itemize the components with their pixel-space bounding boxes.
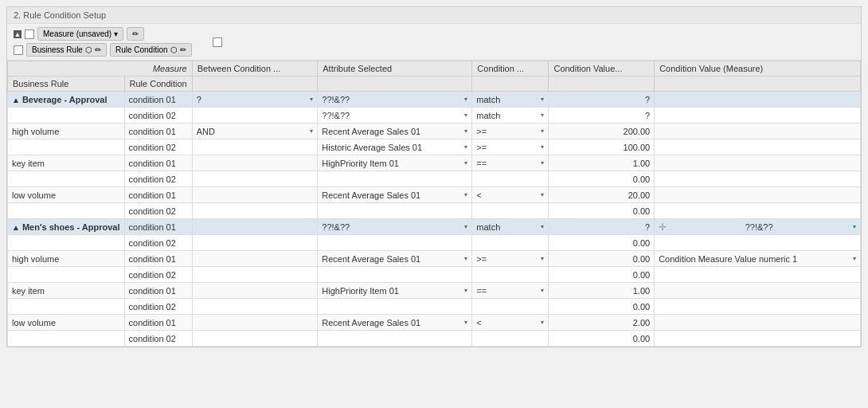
dropdown-arrow-icon[interactable]: ▾: [464, 319, 467, 326]
condition-value-measure-cell: [655, 155, 861, 171]
condition-value-cell: 0.00: [549, 267, 655, 283]
business-rule-cell: [8, 171, 125, 187]
measure-button[interactable]: Measure (unsaved) ▾: [37, 27, 123, 41]
business-rule-cell: low volume: [8, 315, 125, 331]
rule-condition-cell: condition 01: [124, 92, 192, 108]
condition-cell: ==▾: [472, 283, 549, 299]
rule-condition-setup-panel: 2. Rule Condition Setup ▲ Measure (unsav…: [6, 6, 862, 347]
attribute-selected-cell: Recent Average Sales 01▾: [318, 124, 472, 139]
table-row: ▲Men's shoes - Approvalcondition 01??!&?…: [8, 219, 861, 235]
attribute-selected-cell: [318, 299, 472, 315]
condition-cell: [472, 331, 549, 347]
condition-cell: <▾: [472, 187, 549, 203]
measure-edit-button[interactable]: ✏: [127, 27, 144, 41]
dropdown-arrow-icon[interactable]: ▾: [541, 255, 544, 262]
rule-condition-cell: condition 01: [124, 315, 192, 331]
dropdown-arrow-icon[interactable]: ▾: [541, 96, 544, 103]
dropdown-arrow-icon[interactable]: ▾: [541, 112, 544, 119]
rule-condition-subheader: Rule Condition: [124, 76, 192, 92]
between-condition-cell: [192, 139, 318, 155]
dropdown-arrow-icon[interactable]: ▾: [464, 191, 467, 198]
dropdown-arrow-icon[interactable]: ▾: [541, 128, 544, 135]
between-condition-cell: [192, 235, 318, 251]
condition-value-measure-cell: [655, 187, 861, 203]
dropdown-arrow-icon[interactable]: ▾: [541, 191, 544, 198]
dropdown-arrow-icon[interactable]: ▾: [310, 96, 313, 103]
between-condition-cell: [192, 155, 318, 171]
attribute-selected-cell: Recent Average Sales 01▾: [318, 251, 472, 267]
condition-value-measure-header: Condition Value (Measure): [655, 61, 861, 76]
dropdown-arrow-icon[interactable]: ▾: [464, 128, 467, 135]
business-rule-cell: high volume: [8, 124, 125, 139]
condition-cell: [472, 299, 549, 315]
group-collapse-icon[interactable]: ▲: [12, 223, 20, 232]
between-condition-cell: [192, 267, 318, 283]
between-condition-header: Between Condition ...: [192, 61, 318, 76]
attribute-selected-cell: [318, 267, 472, 283]
dropdown-arrow-icon[interactable]: ▾: [541, 159, 544, 167]
dropdown-arrow-icon[interactable]: ▾: [853, 223, 856, 230]
between-condition-cell: [192, 315, 318, 331]
dropdown-arrow-icon[interactable]: ▾: [464, 112, 467, 119]
condition-cell: match▾: [472, 219, 549, 235]
condition-value-cell: 1.00: [549, 283, 655, 299]
condition-value-cell: 0.00: [549, 203, 655, 219]
between-condition-cell: [192, 251, 318, 267]
toolbar-left: ▲ Measure (unsaved) ▾ ✏ Business Rule ⬡ …: [14, 27, 192, 57]
condition-cell: [472, 171, 549, 187]
condition-cell: [472, 235, 549, 251]
rule-condition-cell: condition 02: [124, 331, 192, 347]
dropdown-arrow-icon[interactable]: ▾: [464, 143, 467, 151]
dropdown-arrow-icon[interactable]: ▾: [464, 223, 467, 230]
condition-value-measure-cell: [655, 171, 861, 187]
collapse-icon[interactable]: ▲: [14, 30, 22, 38]
business-rule-cell: [8, 203, 125, 219]
business-rule-cell: key item: [8, 155, 125, 171]
dropdown-arrow-icon[interactable]: ▾: [464, 287, 467, 294]
business-rule-button[interactable]: Business Rule ⬡ ✏: [26, 43, 107, 57]
condition-value-header: Condition Value...: [549, 61, 655, 76]
checkbox-2[interactable]: [14, 45, 23, 55]
attribute-selected-cell: ??!&??▾: [318, 108, 472, 124]
condition-value-cell: 1.00: [549, 155, 655, 171]
condition-value-cell: 0.00: [549, 331, 655, 347]
attribute-selected-cell: Recent Average Sales 01▾: [318, 315, 472, 331]
condition-value-cell: 0.00: [549, 299, 655, 315]
rule-condition-cell: condition 02: [124, 171, 192, 187]
measure-header: Measure: [8, 61, 193, 76]
business-rule-cell: low volume: [8, 187, 125, 203]
grid-checkbox[interactable]: [213, 37, 222, 47]
rule-condition-button[interactable]: Rule Condition ⬡ ✏: [110, 43, 192, 57]
rule-condition-cell: condition 02: [124, 203, 192, 219]
dropdown-arrow-icon[interactable]: ▾: [310, 128, 313, 135]
condition-value-measure-cell: Condition Measure Value numeric 1▾: [655, 251, 861, 267]
dropdown-arrow-icon[interactable]: ▾: [464, 255, 467, 262]
condition-value-cell: ?: [549, 92, 655, 108]
dropdown-arrow-icon[interactable]: ▾: [853, 255, 856, 262]
attribute-selected-cell: [318, 235, 472, 251]
dropdown-arrow-icon[interactable]: ▾: [541, 287, 544, 294]
attribute-selected-cell: [318, 203, 472, 219]
toolbar-right: [213, 37, 222, 47]
business-rule-cell: [8, 139, 125, 155]
table-row: condition 020.00: [8, 267, 861, 283]
between-condition-cell: [192, 187, 318, 203]
business-rule-cell: ▲Men's shoes - Approval: [8, 219, 125, 235]
rule-condition-cell: condition 01: [124, 283, 192, 299]
dropdown-arrow-icon[interactable]: ▾: [541, 223, 544, 230]
checkbox-1[interactable]: [25, 29, 34, 39]
dropdown-arrow-icon[interactable]: ▾: [464, 159, 467, 167]
table-row: key itemcondition 01HighPriority Item 01…: [8, 155, 861, 171]
dropdown-arrow-icon[interactable]: ▾: [541, 319, 544, 326]
between-condition-cell: ?▾: [192, 92, 318, 108]
edit-icon-2: ✏: [180, 45, 186, 54]
table-row: key itemcondition 01HighPriority Item 01…: [8, 283, 861, 299]
between-condition-cell: [192, 331, 318, 347]
group-collapse-icon[interactable]: ▲: [12, 96, 20, 104]
rule-condition-cell: condition 01: [124, 124, 192, 139]
dropdown-arrow-icon[interactable]: ▾: [541, 143, 544, 151]
table-row: high volumecondition 01AND▾Recent Averag…: [8, 124, 861, 139]
condition-cell: [472, 267, 549, 283]
rule-condition-cell: condition 01: [124, 187, 192, 203]
dropdown-arrow-icon[interactable]: ▾: [464, 96, 467, 103]
